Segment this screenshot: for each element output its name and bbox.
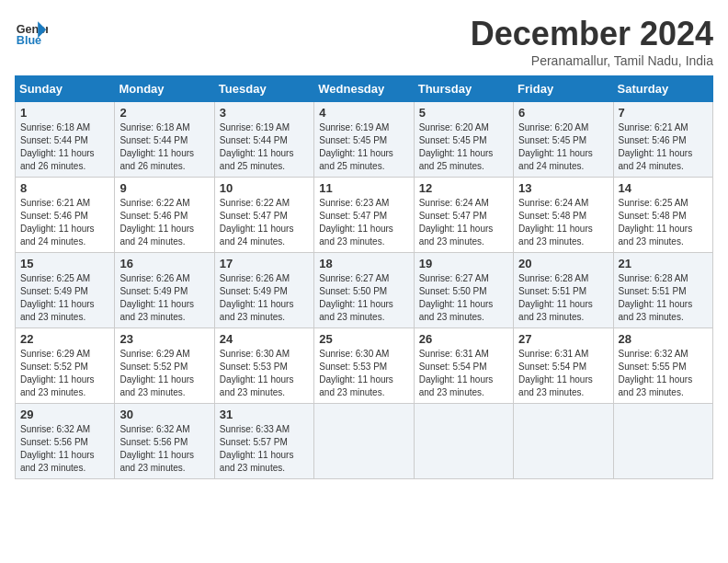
day-info: Sunrise: 6:32 AM Sunset: 5:56 PM Dayligh… [119, 423, 209, 475]
day-number: 28 [619, 332, 708, 346]
calendar-header-row: SundayMondayTuesdayWednesdayThursdayFrid… [16, 76, 713, 102]
day-info: Sunrise: 6:22 AM Sunset: 5:46 PM Dayligh… [119, 197, 209, 248]
day-number: 20 [518, 257, 608, 270]
day-number: 12 [419, 181, 508, 195]
calendar-cell: 18Sunrise: 6:27 AM Sunset: 5:50 PM Dayli… [314, 253, 414, 328]
day-number: 5 [419, 106, 508, 120]
day-info: Sunrise: 6:29 AM Sunset: 5:52 PM Dayligh… [20, 348, 109, 399]
day-info: Sunrise: 6:22 AM Sunset: 5:47 PM Dayligh… [220, 197, 309, 248]
location-subtitle: Peranamallur, Tamil Nadu, India [471, 53, 713, 68]
day-number: 11 [319, 181, 408, 195]
calendar-cell: 1Sunrise: 6:18 AM Sunset: 5:44 PM Daylig… [16, 102, 115, 178]
day-info: Sunrise: 6:29 AM Sunset: 5:52 PM Dayligh… [119, 348, 209, 399]
calendar-week-row: 15Sunrise: 6:25 AM Sunset: 5:49 PM Dayli… [16, 253, 713, 328]
calendar-cell: 16Sunrise: 6:26 AM Sunset: 5:49 PM Dayli… [115, 253, 214, 328]
day-number: 29 [20, 408, 109, 421]
calendar-body: 1Sunrise: 6:18 AM Sunset: 5:44 PM Daylig… [16, 102, 713, 479]
calendar-cell [414, 404, 513, 479]
calendar-cell: 27Sunrise: 6:31 AM Sunset: 5:54 PM Dayli… [514, 328, 613, 404]
calendar-cell: 7Sunrise: 6:21 AM Sunset: 5:46 PM Daylig… [613, 102, 712, 178]
day-number: 31 [220, 408, 309, 421]
weekday-header: Thursday [414, 76, 513, 102]
calendar-cell: 24Sunrise: 6:30 AM Sunset: 5:53 PM Dayli… [214, 328, 313, 404]
day-number: 15 [20, 257, 109, 270]
calendar-cell: 17Sunrise: 6:26 AM Sunset: 5:49 PM Dayli… [214, 253, 313, 328]
day-info: Sunrise: 6:25 AM Sunset: 5:49 PM Dayligh… [20, 272, 109, 324]
calendar-cell: 13Sunrise: 6:24 AM Sunset: 5:48 PM Dayli… [514, 178, 613, 253]
calendar-cell: 25Sunrise: 6:30 AM Sunset: 5:53 PM Dayli… [314, 328, 414, 404]
calendar-cell [314, 404, 414, 479]
day-number: 14 [619, 181, 708, 195]
day-info: Sunrise: 6:33 AM Sunset: 5:57 PM Dayligh… [220, 423, 309, 475]
weekday-header: Wednesday [314, 76, 414, 102]
calendar-cell: 10Sunrise: 6:22 AM Sunset: 5:47 PM Dayli… [214, 178, 313, 253]
day-info: Sunrise: 6:21 AM Sunset: 5:46 PM Dayligh… [20, 197, 109, 248]
calendar-cell: 22Sunrise: 6:29 AM Sunset: 5:52 PM Dayli… [16, 328, 115, 404]
calendar-cell [514, 404, 613, 479]
calendar-cell: 19Sunrise: 6:27 AM Sunset: 5:50 PM Dayli… [414, 253, 513, 328]
calendar-week-row: 8Sunrise: 6:21 AM Sunset: 5:46 PM Daylig… [16, 178, 713, 253]
calendar-table: SundayMondayTuesdayWednesdayThursdayFrid… [15, 75, 713, 479]
day-number: 1 [20, 106, 109, 120]
calendar-cell: 29Sunrise: 6:32 AM Sunset: 5:56 PM Dayli… [16, 404, 115, 479]
day-info: Sunrise: 6:25 AM Sunset: 5:48 PM Dayligh… [619, 197, 708, 248]
calendar-cell: 23Sunrise: 6:29 AM Sunset: 5:52 PM Dayli… [115, 328, 214, 404]
day-info: Sunrise: 6:31 AM Sunset: 5:54 PM Dayligh… [518, 348, 608, 399]
day-number: 30 [119, 408, 209, 421]
calendar-cell: 11Sunrise: 6:23 AM Sunset: 5:47 PM Dayli… [314, 178, 414, 253]
day-number: 23 [119, 332, 209, 346]
day-info: Sunrise: 6:19 AM Sunset: 5:44 PM Dayligh… [220, 121, 309, 173]
day-number: 25 [319, 332, 408, 346]
calendar-cell: 15Sunrise: 6:25 AM Sunset: 5:49 PM Dayli… [16, 253, 115, 328]
weekday-header: Tuesday [214, 76, 313, 102]
calendar-cell: 20Sunrise: 6:28 AM Sunset: 5:51 PM Dayli… [514, 253, 613, 328]
day-number: 18 [319, 257, 408, 270]
day-number: 6 [518, 106, 608, 120]
weekday-header: Friday [514, 76, 613, 102]
day-number: 26 [419, 332, 508, 346]
logo-icon: General Blue [15, 15, 48, 48]
day-number: 9 [119, 181, 209, 195]
day-number: 21 [619, 257, 708, 270]
day-number: 22 [20, 332, 109, 346]
day-number: 2 [119, 106, 209, 120]
calendar-cell: 28Sunrise: 6:32 AM Sunset: 5:55 PM Dayli… [613, 328, 712, 404]
svg-text:Blue: Blue [17, 34, 41, 47]
day-info: Sunrise: 6:19 AM Sunset: 5:45 PM Dayligh… [319, 121, 408, 173]
weekday-header: Sunday [16, 76, 115, 102]
day-info: Sunrise: 6:32 AM Sunset: 5:56 PM Dayligh… [20, 423, 109, 475]
month-title: December 2024 [471, 15, 713, 53]
day-info: Sunrise: 6:18 AM Sunset: 5:44 PM Dayligh… [20, 121, 109, 173]
calendar-cell: 5Sunrise: 6:20 AM Sunset: 5:45 PM Daylig… [414, 102, 513, 178]
calendar-cell: 12Sunrise: 6:24 AM Sunset: 5:47 PM Dayli… [414, 178, 513, 253]
day-info: Sunrise: 6:28 AM Sunset: 5:51 PM Dayligh… [619, 272, 708, 324]
day-number: 4 [319, 106, 408, 120]
calendar-cell: 26Sunrise: 6:31 AM Sunset: 5:54 PM Dayli… [414, 328, 513, 404]
day-info: Sunrise: 6:20 AM Sunset: 5:45 PM Dayligh… [419, 121, 508, 173]
weekday-header: Monday [115, 76, 214, 102]
calendar-cell: 3Sunrise: 6:19 AM Sunset: 5:44 PM Daylig… [214, 102, 313, 178]
day-number: 3 [220, 106, 309, 120]
day-number: 7 [619, 106, 708, 120]
calendar-cell [613, 404, 712, 479]
calendar-cell: 31Sunrise: 6:33 AM Sunset: 5:57 PM Dayli… [214, 404, 313, 479]
weekday-header: Saturday [613, 76, 712, 102]
calendar-cell: 14Sunrise: 6:25 AM Sunset: 5:48 PM Dayli… [613, 178, 712, 253]
calendar-cell: 21Sunrise: 6:28 AM Sunset: 5:51 PM Dayli… [613, 253, 712, 328]
day-info: Sunrise: 6:27 AM Sunset: 5:50 PM Dayligh… [319, 272, 408, 324]
calendar-cell: 30Sunrise: 6:32 AM Sunset: 5:56 PM Dayli… [115, 404, 214, 479]
day-info: Sunrise: 6:21 AM Sunset: 5:46 PM Dayligh… [619, 121, 708, 173]
day-number: 13 [518, 181, 608, 195]
day-number: 10 [220, 181, 309, 195]
day-info: Sunrise: 6:30 AM Sunset: 5:53 PM Dayligh… [220, 348, 309, 399]
day-number: 17 [220, 257, 309, 270]
day-number: 19 [419, 257, 508, 270]
calendar-cell: 6Sunrise: 6:20 AM Sunset: 5:45 PM Daylig… [514, 102, 613, 178]
calendar-cell: 4Sunrise: 6:19 AM Sunset: 5:45 PM Daylig… [314, 102, 414, 178]
day-info: Sunrise: 6:26 AM Sunset: 5:49 PM Dayligh… [119, 272, 209, 324]
day-info: Sunrise: 6:20 AM Sunset: 5:45 PM Dayligh… [518, 121, 608, 173]
day-info: Sunrise: 6:31 AM Sunset: 5:54 PM Dayligh… [419, 348, 508, 399]
title-block: December 2024 Peranamallur, Tamil Nadu, … [471, 15, 713, 68]
day-info: Sunrise: 6:24 AM Sunset: 5:47 PM Dayligh… [419, 197, 508, 248]
calendar-week-row: 22Sunrise: 6:29 AM Sunset: 5:52 PM Dayli… [16, 328, 713, 404]
